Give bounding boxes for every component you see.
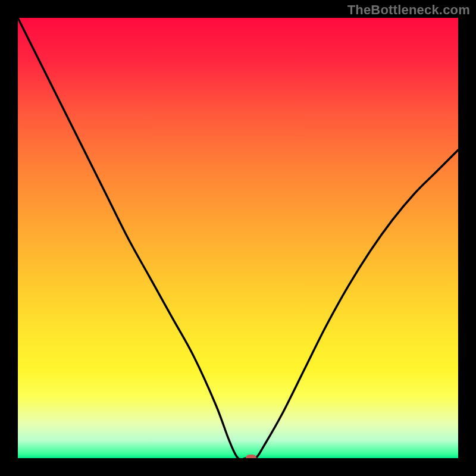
plot-area (18, 18, 458, 458)
watermark-text: TheBottleneck.com (347, 2, 470, 18)
chart-frame: TheBottleneck.com (0, 0, 476, 476)
bottleneck-curve (18, 18, 458, 458)
bottleneck-marker-icon (246, 455, 256, 458)
